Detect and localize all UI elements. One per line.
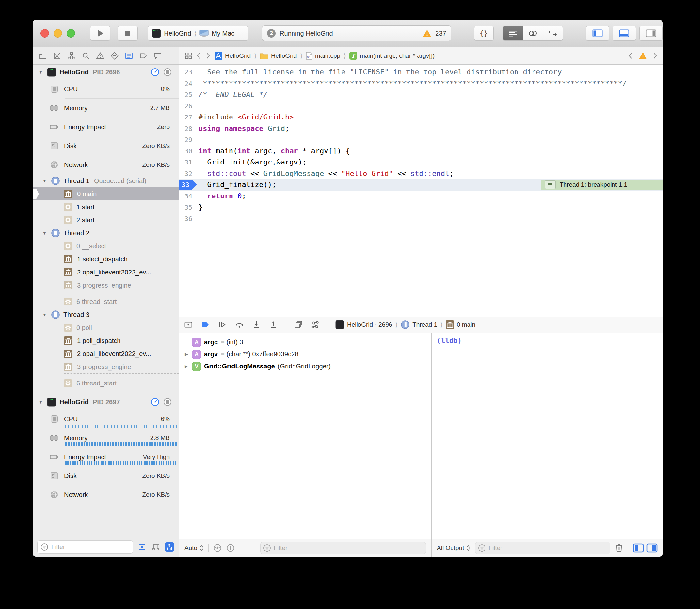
breakpoint-annotation[interactable]: Thread 1: breakpoint 1.1	[541, 180, 663, 190]
navtab-sourcectl[interactable]	[52, 51, 62, 61]
variable-row[interactable]: ▶Aargv = (char **) 0x7ffee9039c28	[179, 348, 431, 360]
code-snippets-button[interactable]: {}	[474, 26, 494, 41]
stack-frame-row[interactable]: 6 thread_start	[33, 295, 179, 308]
line-number[interactable]: 24	[179, 78, 192, 89]
variable-row[interactable]: ▶VGrid::GridLogMessage (Grid::GridLogger…	[179, 360, 431, 372]
stack-frame-row[interactable]: 2 opal_libevent2022_ev...	[33, 266, 179, 279]
navtab-breakpoints[interactable]	[138, 51, 148, 61]
stack-frame-row[interactable]: 2 start	[33, 213, 179, 226]
line-number[interactable]: 28	[179, 123, 192, 135]
close-window-button[interactable]	[40, 29, 49, 37]
scheme-selector[interactable]: HelloGrid ⟩ My Mac	[148, 26, 249, 41]
variable-row[interactable]: Aargc = (int) 3	[179, 336, 431, 348]
jumpbar-item[interactable]: fmain(int argc, char * argv[])	[349, 52, 434, 60]
console-output-dropdown[interactable]: All Output	[437, 544, 471, 552]
clear-console-button[interactable]	[615, 543, 623, 553]
resource-row-network[interactable]: NetworkZero KB/s	[33, 155, 179, 174]
navtab-tests[interactable]	[110, 51, 119, 61]
resource-row-energy-impact[interactable]: Energy ImpactZero	[33, 118, 179, 136]
stack-frame-row[interactable]: 0 main	[33, 187, 179, 201]
variables-filter-field[interactable]: Filter	[260, 542, 426, 554]
jumpbar-item[interactable]: HelloGrid	[260, 52, 297, 59]
thread-row[interactable]: ▼Thread 1Queue:...d (serial)	[33, 174, 179, 187]
process-row[interactable]: ▼HelloGridPID 2696	[33, 65, 179, 80]
navtab-debug[interactable]	[124, 51, 134, 61]
stop-button[interactable]	[118, 26, 138, 41]
flat-view-button[interactable]	[137, 542, 147, 552]
line-number[interactable]: 23	[179, 67, 192, 78]
breakpoints-toggle-button[interactable]	[201, 320, 210, 329]
standard-editor-button[interactable]	[503, 26, 523, 40]
navtab-issues[interactable]	[95, 51, 105, 61]
navtab-reports[interactable]	[153, 51, 163, 61]
resource-row-network[interactable]: NetworkZero KB/s	[33, 485, 179, 504]
resource-row-disk[interactable]: DiskZero KB/s	[33, 466, 179, 485]
resource-row-cpu[interactable]: CPU6%	[33, 410, 179, 429]
line-number[interactable]: 29	[179, 134, 192, 145]
line-number[interactable]: 27	[179, 111, 192, 123]
disclosure-triangle[interactable]: ▶	[184, 352, 189, 357]
line-number[interactable]: 34	[179, 191, 192, 202]
navtab-symbols[interactable]	[67, 51, 76, 61]
thread-row[interactable]: ▼Thread 2	[33, 226, 179, 240]
debug-breadcrumb-item[interactable]: Thread 1	[400, 320, 437, 329]
assistant-editor-button[interactable]	[523, 26, 543, 40]
console-filter-field[interactable]: Filter	[475, 542, 610, 554]
line-number[interactable]: 35	[179, 202, 192, 213]
jumpbar-item[interactable]: C++main.cpp	[306, 52, 340, 60]
breakpoint-badge[interactable]: 33	[179, 180, 197, 190]
thread-row[interactable]: ▼Thread 3	[33, 308, 179, 321]
debug-breadcrumb-item[interactable]: HelloGrid - 2696	[335, 320, 392, 329]
debug-view-hierarchy-button[interactable]	[294, 320, 303, 329]
pause-process-button[interactable]	[163, 398, 172, 406]
performance-gauge-button[interactable]	[151, 68, 159, 76]
stack-frame-row[interactable]: 1 select_dispatch	[33, 253, 179, 266]
step-out-button[interactable]	[269, 320, 278, 329]
navtab-search[interactable]	[81, 51, 91, 61]
resource-row-energy-impact[interactable]: Energy ImpactVery High	[33, 448, 179, 466]
stack-frame-row[interactable]: 3 progress_engine	[33, 279, 179, 292]
related-items-icon[interactable]	[185, 52, 192, 60]
stack-frame-row[interactable]: 0 __select	[33, 240, 179, 253]
stack-frame-row[interactable]: 2 opal_libevent2022_ev...	[33, 347, 179, 360]
line-number[interactable]: 36	[179, 213, 192, 225]
stack-frame-row[interactable]: 1 start	[33, 201, 179, 213]
run-button[interactable]	[90, 26, 110, 41]
resource-row-memory[interactable]: Memory2.8 MB	[33, 429, 179, 448]
previous-issue-button[interactable]	[628, 52, 633, 60]
show-variables-view-button[interactable]	[633, 543, 644, 553]
line-number[interactable]: 32	[179, 168, 192, 179]
stack-frame-row[interactable]: 3 progress_engine	[33, 360, 179, 373]
step-into-button[interactable]	[252, 320, 261, 329]
activity-viewer[interactable]: 2 Running HelloGrid 237	[262, 25, 451, 41]
performance-gauge-button[interactable]	[151, 398, 159, 406]
navigator-filter-field[interactable]: Filter	[37, 540, 133, 554]
line-number[interactable]: 26	[179, 101, 192, 112]
line-number[interactable]: 30	[179, 145, 192, 157]
navtab-project[interactable]	[38, 51, 48, 61]
toggle-debug-area-button[interactable]	[613, 26, 636, 41]
console-output[interactable]: (lldb)	[432, 333, 663, 539]
quick-look-button[interactable]	[213, 544, 222, 552]
minimize-window-button[interactable]	[53, 29, 62, 37]
resource-row-memory[interactable]: Memory2.7 MB	[33, 99, 179, 118]
version-editor-button[interactable]	[543, 26, 563, 40]
show-console-view-button[interactable]	[647, 543, 658, 553]
print-description-button[interactable]	[226, 544, 235, 552]
toggle-navigator-button[interactable]	[586, 26, 609, 41]
pause-process-button[interactable]	[163, 68, 172, 76]
stack-frame-row[interactable]: 0 poll	[33, 321, 179, 334]
line-number[interactable]: 25	[179, 89, 192, 101]
resource-row-disk[interactable]: DiskZero KB/s	[33, 136, 179, 155]
step-over-button[interactable]	[235, 320, 244, 329]
issue-warning-icon[interactable]	[638, 52, 647, 60]
annotation-menu-button[interactable]	[545, 180, 556, 189]
disclosure-triangle[interactable]: ▼	[42, 231, 48, 236]
forward-button[interactable]	[205, 52, 210, 60]
disclosure-triangle[interactable]: ▼	[42, 178, 48, 184]
disclosure-triangle[interactable]: ▼	[38, 70, 44, 75]
memory-graph-button[interactable]	[311, 320, 320, 329]
variables-scope-dropdown[interactable]: Auto	[185, 544, 204, 552]
process-view-button[interactable]	[165, 542, 174, 552]
line-number[interactable]: 31	[179, 157, 192, 168]
